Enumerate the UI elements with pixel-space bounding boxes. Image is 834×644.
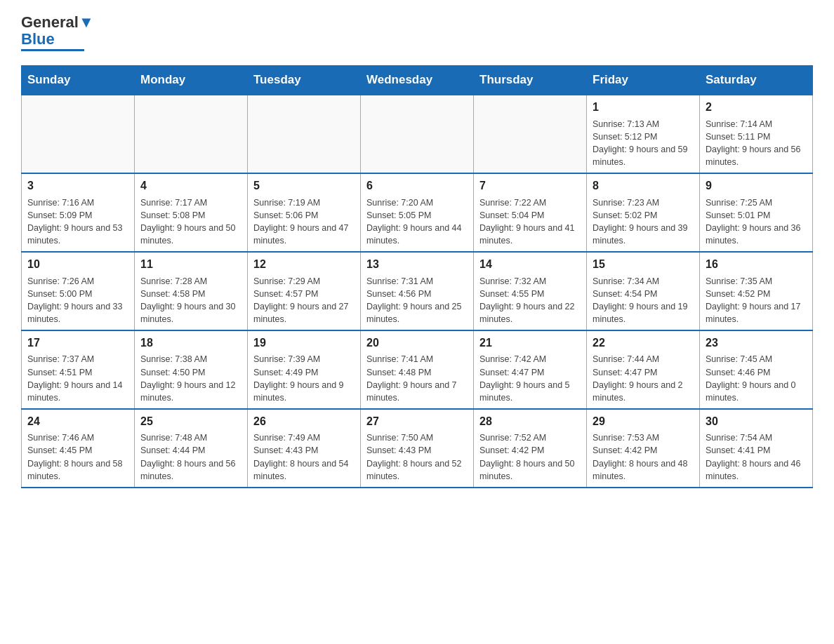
- day-number: 7: [479, 178, 581, 194]
- day-info: Sunrise: 7:44 AMSunset: 4:47 PMDaylight:…: [593, 353, 694, 404]
- calendar-cell: 12Sunrise: 7:29 AMSunset: 4:57 PMDayligh…: [248, 252, 361, 330]
- header-thursday: Thursday: [474, 66, 587, 95]
- week-row-2: 3Sunrise: 7:16 AMSunset: 5:09 PMDaylight…: [22, 173, 813, 252]
- day-number: 25: [140, 414, 241, 429]
- calendar-cell: 19Sunrise: 7:39 AMSunset: 4:49 PMDayligh…: [248, 330, 361, 409]
- calendar-table: SundayMondayTuesdayWednesdayThursdayFrid…: [21, 65, 813, 488]
- calendar-cell: 18Sunrise: 7:38 AMSunset: 4:50 PMDayligh…: [135, 330, 248, 409]
- header-saturday: Saturday: [700, 66, 813, 95]
- day-info: Sunrise: 7:38 AMSunset: 4:50 PMDaylight:…: [140, 353, 241, 404]
- day-info: Sunrise: 7:37 AMSunset: 4:51 PMDaylight:…: [27, 353, 128, 404]
- day-info: Sunrise: 7:26 AMSunset: 5:00 PMDaylight:…: [27, 275, 128, 326]
- calendar-cell: 16Sunrise: 7:35 AMSunset: 4:52 PMDayligh…: [700, 252, 813, 330]
- day-number: 2: [706, 100, 807, 115]
- day-info: Sunrise: 7:23 AMSunset: 5:02 PMDaylight:…: [593, 196, 694, 248]
- page-header: General▼ Blue: [21, 14, 813, 51]
- calendar-cell: 10Sunrise: 7:26 AMSunset: 5:00 PMDayligh…: [22, 252, 135, 330]
- day-info: Sunrise: 7:20 AMSunset: 5:05 PMDaylight:…: [366, 196, 468, 248]
- day-info: Sunrise: 7:50 AMSunset: 4:43 PMDaylight:…: [366, 431, 468, 483]
- day-info: Sunrise: 7:41 AMSunset: 4:48 PMDaylight:…: [366, 353, 468, 404]
- calendar-cell: 22Sunrise: 7:44 AMSunset: 4:47 PMDayligh…: [587, 330, 700, 409]
- day-number: 22: [593, 335, 694, 351]
- day-number: 27: [366, 414, 468, 429]
- calendar-cell: 11Sunrise: 7:28 AMSunset: 4:58 PMDayligh…: [135, 252, 248, 330]
- calendar-cell: 24Sunrise: 7:46 AMSunset: 4:45 PMDayligh…: [22, 409, 135, 488]
- day-info: Sunrise: 7:28 AMSunset: 4:58 PMDaylight:…: [140, 275, 241, 326]
- calendar-cell: 3Sunrise: 7:16 AMSunset: 5:09 PMDaylight…: [22, 173, 135, 252]
- day-info: Sunrise: 7:48 AMSunset: 4:44 PMDaylight:…: [140, 431, 241, 483]
- day-info: Sunrise: 7:13 AMSunset: 5:12 PMDaylight:…: [593, 118, 694, 169]
- week-row-1: 1Sunrise: 7:13 AMSunset: 5:12 PMDaylight…: [22, 95, 813, 173]
- day-info: Sunrise: 7:14 AMSunset: 5:11 PMDaylight:…: [706, 118, 807, 169]
- calendar-cell: 6Sunrise: 7:20 AMSunset: 5:05 PMDaylight…: [361, 173, 474, 252]
- header-sunday: Sunday: [22, 66, 135, 95]
- day-number: 11: [140, 257, 241, 272]
- calendar-cell: 28Sunrise: 7:52 AMSunset: 4:42 PMDayligh…: [474, 409, 587, 488]
- day-info: Sunrise: 7:46 AMSunset: 4:45 PMDaylight:…: [27, 431, 128, 483]
- day-info: Sunrise: 7:22 AMSunset: 5:04 PMDaylight:…: [479, 196, 581, 248]
- week-row-4: 17Sunrise: 7:37 AMSunset: 4:51 PMDayligh…: [22, 330, 813, 409]
- day-info: Sunrise: 7:35 AMSunset: 4:52 PMDaylight:…: [706, 275, 807, 326]
- calendar-cell: [361, 95, 474, 173]
- weekday-header-row: SundayMondayTuesdayWednesdayThursdayFrid…: [22, 66, 813, 95]
- day-number: 28: [479, 414, 581, 429]
- day-number: 4: [140, 178, 241, 194]
- logo-text: General▼ Blue: [21, 14, 94, 48]
- calendar-cell: 21Sunrise: 7:42 AMSunset: 4:47 PMDayligh…: [474, 330, 587, 409]
- calendar-cell: 13Sunrise: 7:31 AMSunset: 4:56 PMDayligh…: [361, 252, 474, 330]
- day-number: 10: [27, 257, 128, 272]
- day-number: 9: [706, 178, 807, 194]
- day-number: 15: [593, 257, 694, 272]
- day-info: Sunrise: 7:54 AMSunset: 4:41 PMDaylight:…: [706, 431, 807, 483]
- day-info: Sunrise: 7:49 AMSunset: 4:43 PMDaylight:…: [253, 431, 355, 483]
- day-number: 12: [253, 257, 355, 272]
- day-number: 24: [27, 414, 128, 429]
- day-number: 17: [27, 335, 128, 351]
- header-wednesday: Wednesday: [361, 66, 474, 95]
- day-info: Sunrise: 7:32 AMSunset: 4:55 PMDaylight:…: [479, 275, 581, 326]
- day-number: 30: [706, 414, 807, 429]
- day-info: Sunrise: 7:29 AMSunset: 4:57 PMDaylight:…: [253, 275, 355, 326]
- calendar-cell: [22, 95, 135, 173]
- calendar-cell: 17Sunrise: 7:37 AMSunset: 4:51 PMDayligh…: [22, 330, 135, 409]
- calendar-cell: 7Sunrise: 7:22 AMSunset: 5:04 PMDaylight…: [474, 173, 587, 252]
- calendar-cell: [135, 95, 248, 173]
- calendar-cell: 20Sunrise: 7:41 AMSunset: 4:48 PMDayligh…: [361, 330, 474, 409]
- calendar-cell: 26Sunrise: 7:49 AMSunset: 4:43 PMDayligh…: [248, 409, 361, 488]
- calendar-cell: 2Sunrise: 7:14 AMSunset: 5:11 PMDaylight…: [700, 95, 813, 173]
- day-number: 6: [366, 178, 468, 194]
- day-info: Sunrise: 7:53 AMSunset: 4:42 PMDaylight:…: [593, 431, 694, 483]
- calendar-cell: 14Sunrise: 7:32 AMSunset: 4:55 PMDayligh…: [474, 252, 587, 330]
- calendar-cell: 30Sunrise: 7:54 AMSunset: 4:41 PMDayligh…: [700, 409, 813, 488]
- day-number: 16: [706, 257, 807, 272]
- logo-blue-text: Blue: [21, 30, 55, 48]
- calendar-cell: 8Sunrise: 7:23 AMSunset: 5:02 PMDaylight…: [587, 173, 700, 252]
- day-number: 18: [140, 335, 241, 351]
- calendar-cell: [248, 95, 361, 173]
- calendar-cell: 9Sunrise: 7:25 AMSunset: 5:01 PMDaylight…: [700, 173, 813, 252]
- day-number: 19: [253, 335, 355, 351]
- week-row-5: 24Sunrise: 7:46 AMSunset: 4:45 PMDayligh…: [22, 409, 813, 488]
- day-info: Sunrise: 7:16 AMSunset: 5:09 PMDaylight:…: [27, 196, 128, 248]
- calendar-cell: 15Sunrise: 7:34 AMSunset: 4:54 PMDayligh…: [587, 252, 700, 330]
- calendar-cell: 5Sunrise: 7:19 AMSunset: 5:06 PMDaylight…: [248, 173, 361, 252]
- day-number: 5: [253, 178, 355, 194]
- calendar-cell: 27Sunrise: 7:50 AMSunset: 4:43 PMDayligh…: [361, 409, 474, 488]
- day-info: Sunrise: 7:42 AMSunset: 4:47 PMDaylight:…: [479, 353, 581, 404]
- calendar-cell: 29Sunrise: 7:53 AMSunset: 4:42 PMDayligh…: [587, 409, 700, 488]
- header-monday: Monday: [135, 66, 248, 95]
- day-number: 13: [366, 257, 468, 272]
- day-number: 1: [593, 100, 694, 115]
- day-info: Sunrise: 7:34 AMSunset: 4:54 PMDaylight:…: [593, 275, 694, 326]
- week-row-3: 10Sunrise: 7:26 AMSunset: 5:00 PMDayligh…: [22, 252, 813, 330]
- day-info: Sunrise: 7:45 AMSunset: 4:46 PMDaylight:…: [706, 353, 807, 404]
- logo: General▼ Blue: [21, 14, 94, 51]
- calendar-cell: 23Sunrise: 7:45 AMSunset: 4:46 PMDayligh…: [700, 330, 813, 409]
- calendar-cell: 25Sunrise: 7:48 AMSunset: 4:44 PMDayligh…: [135, 409, 248, 488]
- calendar-cell: 4Sunrise: 7:17 AMSunset: 5:08 PMDaylight…: [135, 173, 248, 252]
- day-info: Sunrise: 7:17 AMSunset: 5:08 PMDaylight:…: [140, 196, 241, 248]
- day-number: 26: [253, 414, 355, 429]
- day-number: 14: [479, 257, 581, 272]
- day-number: 8: [593, 178, 694, 194]
- calendar-cell: 1Sunrise: 7:13 AMSunset: 5:12 PMDaylight…: [587, 95, 700, 173]
